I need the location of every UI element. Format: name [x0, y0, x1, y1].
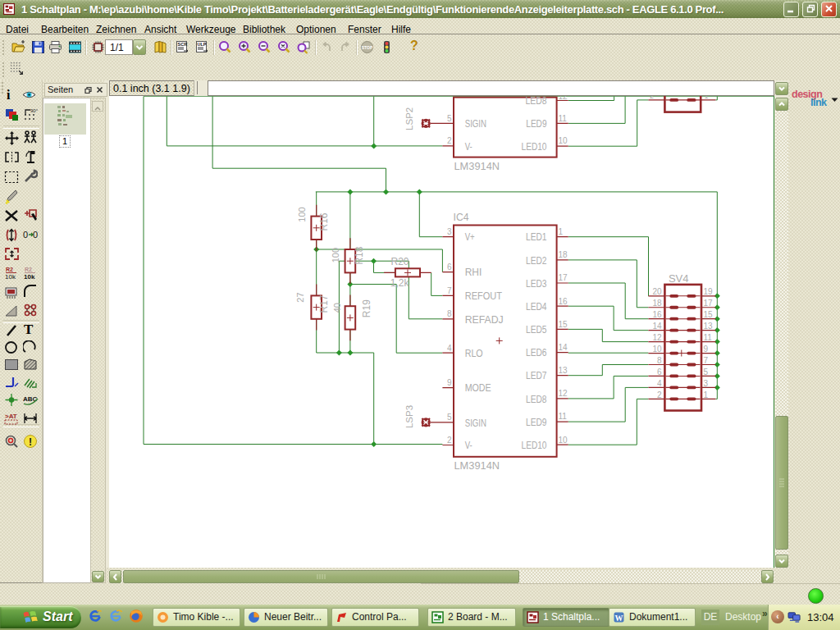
svg-text:4: 4 [447, 344, 452, 353]
svg-text:V-: V- [465, 440, 472, 451]
svg-text:1,2k: 1,2k [390, 277, 410, 289]
svg-text:LED10: LED10 [522, 440, 547, 451]
svg-text:0: 0 [23, 230, 28, 240]
svg-text:LED8: LED8 [526, 96, 547, 107]
svg-text:W: W [615, 614, 623, 623]
svg-text:LED10: LED10 [522, 141, 547, 153]
svg-text:20: 20 [652, 287, 662, 296]
svg-text:2: 2 [447, 136, 452, 145]
svg-text:LED5: LED5 [526, 324, 547, 336]
svg-text:9: 9 [704, 345, 709, 354]
svg-text:5: 5 [447, 114, 452, 123]
svg-text:IC4: IC4 [454, 212, 469, 223]
svg-text:40: 40 [332, 303, 342, 313]
svg-text:6: 6 [657, 368, 662, 377]
svg-text:2: 2 [650, 96, 654, 100]
svg-text:LM3914N: LM3914N [454, 459, 500, 472]
svg-text:R2: R2 [25, 267, 32, 272]
svg-text:13: 13 [559, 366, 568, 375]
svg-text:11: 11 [704, 333, 713, 342]
svg-text:LED8: LED8 [526, 394, 547, 405]
svg-text:4: 4 [657, 379, 662, 388]
svg-text:LED3: LED3 [526, 278, 547, 290]
svg-text:MODE: MODE [465, 382, 491, 394]
svg-text:ULP: ULP [198, 42, 207, 47]
svg-text:14: 14 [652, 322, 662, 331]
svg-text:LED7: LED7 [526, 370, 547, 381]
svg-text:>AT: >AT [5, 413, 17, 420]
svg-text:REFOUT: REFOUT [465, 290, 503, 302]
svg-text:10k: 10k [24, 273, 35, 280]
svg-text:3: 3 [704, 379, 709, 388]
svg-text:LED9: LED9 [526, 417, 547, 428]
svg-text:7: 7 [447, 286, 452, 295]
svg-text:100: 100 [331, 248, 340, 262]
svg-text:11: 11 [559, 114, 568, 123]
svg-text:V-: V- [465, 141, 472, 153]
svg-text:10: 10 [559, 436, 568, 445]
svg-text:90°: 90° [30, 108, 38, 113]
svg-text:R20: R20 [391, 256, 409, 267]
svg-text:10: 10 [652, 345, 662, 354]
svg-text:5: 5 [447, 413, 452, 422]
svg-text:R17: R17 [318, 294, 330, 313]
svg-text:V+: V+ [465, 231, 475, 243]
svg-text:11: 11 [559, 412, 568, 421]
svg-text:18: 18 [652, 299, 662, 308]
svg-text:1: 1 [559, 227, 564, 236]
svg-text:17: 17 [559, 273, 568, 282]
svg-text:15: 15 [704, 310, 714, 319]
svg-text:STOP: STOP [362, 45, 373, 50]
svg-text:12: 12 [652, 333, 662, 342]
svg-text:SIGIN: SIGIN [465, 118, 486, 130]
svg-text:SCR: SCR [178, 42, 188, 47]
svg-text:18: 18 [559, 250, 568, 259]
svg-text:2: 2 [447, 436, 452, 445]
svg-text:RLO: RLO [465, 348, 483, 359]
svg-text:15: 15 [559, 320, 568, 329]
svg-text:14: 14 [559, 343, 568, 352]
svg-text:12: 12 [559, 96, 568, 101]
svg-text:10k: 10k [5, 273, 16, 280]
svg-text:LM3914N: LM3914N [454, 160, 500, 172]
svg-text:!: ! [29, 436, 32, 448]
svg-text:7: 7 [704, 356, 709, 365]
svg-text:1: 1 [705, 96, 709, 100]
svg-text:RHI: RHI [465, 267, 482, 278]
svg-text:5: 5 [704, 368, 709, 377]
svg-text:SIGIN: SIGIN [465, 418, 486, 429]
svg-text:12: 12 [559, 389, 568, 398]
svg-text:R16: R16 [318, 212, 330, 231]
svg-text:2: 2 [657, 390, 662, 399]
svg-text:LED2: LED2 [526, 255, 547, 267]
svg-text:3: 3 [447, 227, 452, 236]
svg-text:LED4: LED4 [526, 301, 547, 313]
svg-text:9: 9 [447, 378, 452, 387]
svg-text:17: 17 [704, 299, 714, 308]
svg-text:10: 10 [559, 136, 568, 145]
svg-text:13: 13 [704, 322, 714, 331]
svg-text:LSP2: LSP2 [404, 107, 414, 130]
svg-text:27: 27 [295, 292, 305, 302]
svg-text:LSP3: LSP3 [404, 405, 414, 428]
svg-text:R19: R19 [361, 299, 372, 317]
svg-text:0: 0 [33, 230, 38, 240]
svg-text:16: 16 [559, 297, 568, 306]
svg-text:6: 6 [447, 262, 452, 272]
svg-text:8: 8 [447, 309, 452, 318]
svg-text:LED6: LED6 [526, 347, 547, 358]
svg-text:SV4: SV4 [669, 272, 689, 285]
svg-text:8: 8 [657, 356, 662, 365]
svg-text:R2: R2 [6, 267, 13, 272]
svg-text:R18: R18 [354, 246, 365, 264]
svg-text:1: 1 [704, 390, 709, 399]
svg-text:16: 16 [652, 310, 662, 319]
svg-text:19: 19 [704, 287, 714, 296]
svg-text:LED9: LED9 [526, 118, 546, 130]
svg-text:100: 100 [297, 207, 307, 221]
svg-text:LED1: LED1 [526, 231, 547, 243]
svg-text:REFADJ: REFADJ [465, 314, 504, 326]
